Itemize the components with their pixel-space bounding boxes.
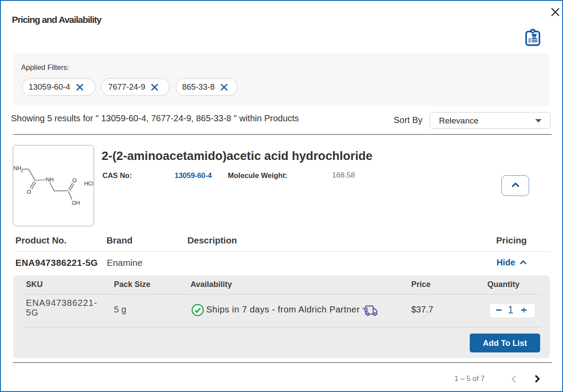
svg-text:O: O bbox=[27, 189, 31, 195]
svg-text:HCl: HCl bbox=[84, 181, 94, 187]
svg-text:O: O bbox=[73, 178, 77, 184]
svg-text:2: 2 bbox=[21, 169, 23, 173]
svg-text:NH: NH bbox=[14, 165, 22, 171]
svg-text:OH: OH bbox=[72, 200, 80, 206]
svg-text:NH: NH bbox=[46, 177, 54, 183]
